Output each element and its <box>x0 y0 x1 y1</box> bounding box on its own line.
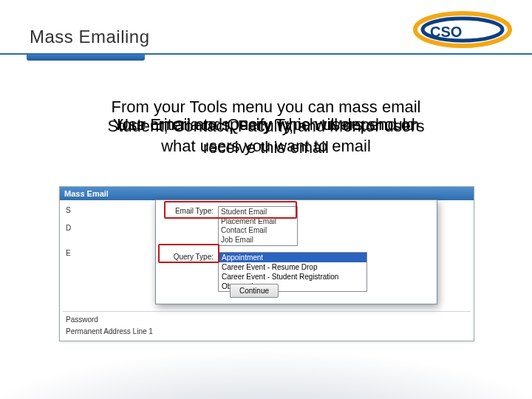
slide-line-1: From your Tools menu you can mass email <box>47 98 485 116</box>
panel-label-s: S <box>66 206 71 214</box>
panel-divider <box>63 311 471 312</box>
svg-text:CSO: CSO <box>430 24 462 40</box>
query-type-option-3[interactable]: Career Event - Student Registration <box>219 272 366 282</box>
panel-header: Mass Email <box>60 187 474 200</box>
email-type-option-3[interactable]: Contact Email <box>221 226 295 236</box>
query-type-label: Query Type: <box>156 250 218 261</box>
slide-line-4: Student, Contact, Faculty, and Mentor us… <box>47 117 485 135</box>
query-type-option-1[interactable]: Appointment <box>219 253 366 262</box>
slide-body-text: From your Tools menu you can mass email … <box>47 98 485 179</box>
email-type-option-4[interactable]: Job Email <box>221 236 295 245</box>
panel-label-e: E <box>66 249 71 257</box>
email-type-option-2[interactable]: Placement Email <box>221 217 295 227</box>
email-query-flyout: Email Type: Student Email Placement Emai… <box>155 200 437 304</box>
slide-line-6: receive this email <box>47 138 485 157</box>
panel-label-address: Permanent Address Line 1 <box>66 327 153 335</box>
panel-label-d: D <box>66 224 71 232</box>
continue-button[interactable]: Continue <box>230 284 279 298</box>
page-title: Mass Emailing <box>30 27 150 47</box>
panel-label-password: Password <box>66 316 98 324</box>
logo-text: CSO <box>430 22 477 41</box>
logo: CSO <box>411 9 514 56</box>
email-type-option-1[interactable]: Student Email <box>221 208 295 217</box>
email-type-select[interactable]: Student Email Placement Email Contact Em… <box>218 206 298 246</box>
query-type-option-2[interactable]: Career Event - Resume Drop <box>219 262 366 272</box>
email-type-label: Email Type: <box>156 205 218 215</box>
